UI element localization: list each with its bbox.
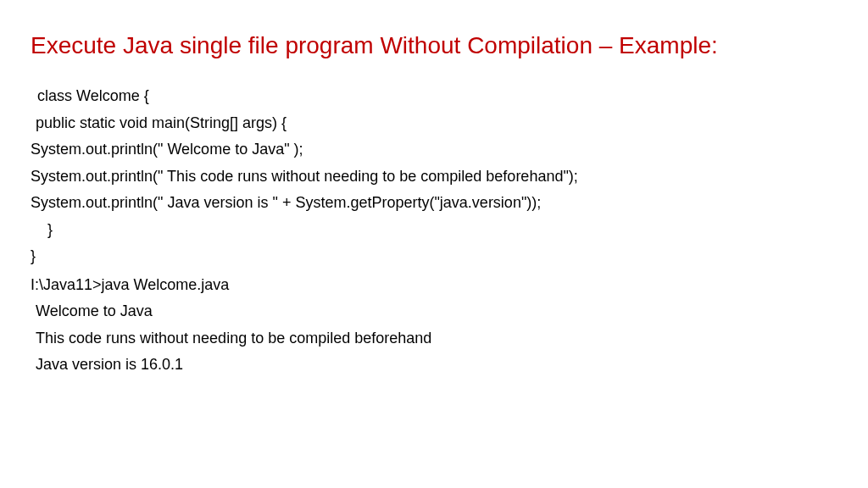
code-line: System.out.println(" Welcome to Java" ); <box>31 136 837 164</box>
output-line: This code runs without needing to be com… <box>31 325 837 352</box>
output-line: Welcome to Java <box>31 298 837 325</box>
output-line: I:\Java11>java Welcome.java <box>31 272 837 299</box>
code-line: public static void main(String[] args) { <box>31 110 837 137</box>
output-line: Java version is 16.0.1 <box>31 352 837 379</box>
code-line: } <box>31 243 837 270</box>
code-line: System.out.println(" This code runs with… <box>31 164 837 191</box>
page-title: Execute Java single file program Without… <box>31 32 837 59</box>
code-line: System.out.println(" Java version is " +… <box>31 190 837 217</box>
code-line: class Welcome { <box>31 83 837 110</box>
code-line: } <box>31 217 837 244</box>
